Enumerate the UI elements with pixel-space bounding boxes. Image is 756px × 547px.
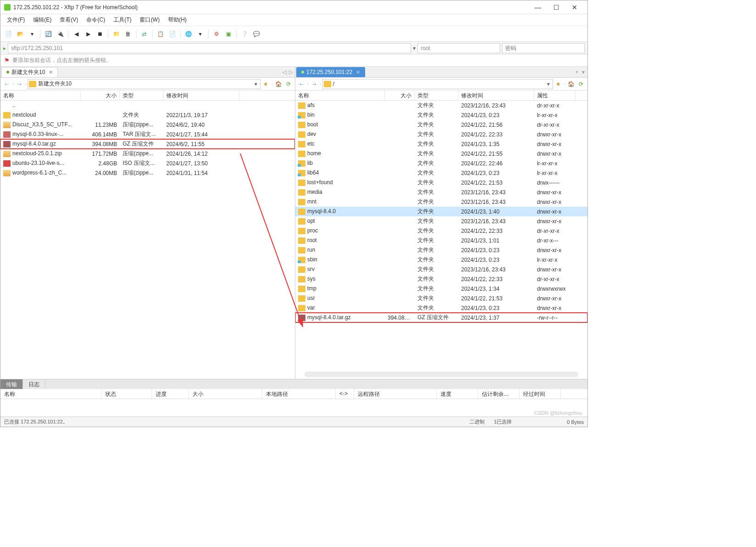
connect-dropdown[interactable]: ▾ bbox=[27, 29, 37, 39]
tab-close-icon[interactable]: ✕ bbox=[49, 69, 53, 75]
web-dropdown[interactable]: ▾ bbox=[195, 29, 205, 39]
file-row[interactable]: root文件夹2024/1/23, 1:01dr-xr-x--- bbox=[295, 236, 587, 245]
col-header-name[interactable]: 名称 bbox=[295, 90, 385, 100]
minimize-button[interactable]: — bbox=[529, 1, 547, 14]
file-row[interactable]: etc文件夹2024/1/23, 1:35drwxr-xr-x bbox=[295, 139, 587, 149]
menu-item[interactable]: 文件(F) bbox=[3, 15, 28, 25]
settings-button[interactable]: ⚙ bbox=[211, 29, 221, 39]
path-dropdown[interactable]: ▾ bbox=[253, 81, 259, 87]
properties-button[interactable]: 📋 bbox=[155, 29, 165, 39]
file-row[interactable]: usr文件夹2024/1/22, 21:53drwxr-xr-x bbox=[295, 293, 587, 303]
file-row[interactable]: proc文件夹2024/1/22, 22:33dr-xr-xr-x bbox=[295, 226, 587, 236]
home-icon[interactable]: 🏠 bbox=[566, 79, 575, 89]
add-session-icon[interactable]: ▸ bbox=[3, 45, 6, 51]
refresh-icon[interactable]: ⟳ bbox=[284, 79, 293, 89]
nav-back[interactable]: ← bbox=[297, 79, 306, 89]
local-path-input[interactable]: 新建文件夹10 ▾ bbox=[28, 79, 260, 89]
col-header-mtime[interactable]: 修改时间 bbox=[164, 90, 239, 100]
home-icon[interactable]: 🏠 bbox=[274, 79, 283, 89]
local-file-list[interactable]: ..nextcloud文件夹2022/11/3, 19:17Discuz_X3.… bbox=[0, 101, 295, 379]
file-row[interactable]: mysql-8.4.0.tar.gz394.08MBGZ 压缩文件2024/1/… bbox=[295, 313, 587, 322]
url-input[interactable] bbox=[8, 43, 411, 53]
transfer-col[interactable]: 速度 bbox=[437, 389, 478, 399]
transfer-col[interactable]: 本地路径 bbox=[262, 389, 336, 399]
remote-tab[interactable]: 172.25.250.101:22 ✕ bbox=[296, 67, 365, 77]
menu-item[interactable]: 工具(T) bbox=[110, 15, 135, 25]
menu-item[interactable]: 帮助(H) bbox=[164, 15, 191, 25]
remote-path-input[interactable]: / ▾ bbox=[322, 79, 553, 89]
menu-item[interactable]: 命令(C) bbox=[83, 15, 109, 25]
file-row[interactable]: mnt文件夹2023/12/16, 23:43drwxr-xr-x bbox=[295, 197, 587, 207]
menu-item[interactable]: 窗口(W) bbox=[136, 15, 163, 25]
transfer-col[interactable]: <-> bbox=[336, 389, 354, 399]
transfer-col[interactable]: 经过时间 bbox=[519, 389, 561, 399]
delete-button[interactable]: 🗑 bbox=[123, 29, 133, 39]
forward-button[interactable]: ▶ bbox=[83, 29, 93, 39]
close-button[interactable]: ✕ bbox=[565, 1, 584, 14]
transfer-col[interactable]: 状态 bbox=[102, 389, 152, 399]
reconnect-button[interactable]: 🔄 bbox=[43, 29, 53, 39]
open-button[interactable]: 📂 bbox=[15, 29, 25, 39]
file-row[interactable]: mysql-8.4.0文件夹2024/1/23, 1:40drwxr-xr-x bbox=[295, 207, 587, 216]
nav-forward[interactable]: → bbox=[310, 79, 319, 89]
file-row[interactable]: bin文件夹2024/1/23, 0:23lr-xr-xr-x bbox=[295, 110, 587, 120]
col-header-type[interactable]: 类型 bbox=[120, 90, 164, 100]
url-dropdown[interactable]: ▾ bbox=[413, 45, 416, 51]
file-row[interactable]: sbin文件夹2024/1/23, 0:23lr-xr-xr-x bbox=[295, 255, 587, 265]
tab-prev[interactable]: ◁ bbox=[281, 69, 288, 75]
bookmark-icon[interactable]: ★ bbox=[261, 79, 271, 89]
file-row[interactable]: run文件夹2024/1/23, 0:23drwxr-xr-x bbox=[295, 245, 587, 255]
transfer-col[interactable]: 估计剩余... bbox=[478, 389, 519, 399]
path-dropdown[interactable]: ▾ bbox=[545, 81, 552, 87]
transfer-col[interactable]: 远程路径 bbox=[354, 389, 437, 399]
tab-next[interactable]: ▷ bbox=[288, 69, 294, 75]
file-row[interactable]: Discuz_X3.5_SC_UTF...11.23MB压缩(zippe...2… bbox=[0, 120, 295, 130]
file-row[interactable]: ubuntu-23.10-live-s...2.48GBISO 压缩文...20… bbox=[0, 158, 295, 168]
chat-button[interactable]: 💬 bbox=[251, 29, 261, 39]
new-session-button[interactable]: 📄 bbox=[3, 29, 13, 39]
transfer-tab[interactable]: 传输 bbox=[0, 379, 23, 389]
col-header-size[interactable]: 大小 bbox=[81, 90, 120, 100]
file-row[interactable]: nextcloud文件夹2022/11/3, 19:17 bbox=[0, 110, 295, 120]
file-row[interactable]: nextcloud-25.0.1.zip171.72MB压缩(zippe...2… bbox=[0, 149, 295, 158]
file-row[interactable]: boot文件夹2024/1/22, 21:56dr-xr-xr-x bbox=[295, 120, 587, 130]
file-row[interactable]: sys文件夹2024/1/22, 22:33dr-xr-xr-x bbox=[295, 274, 587, 284]
maximize-button[interactable]: ☐ bbox=[547, 1, 565, 14]
transfer-col[interactable]: 名称 bbox=[0, 389, 102, 399]
local-tab[interactable]: 新建文件夹10 ✕ bbox=[1, 67, 58, 77]
col-header-size[interactable]: 大小 bbox=[385, 90, 415, 100]
log-tab[interactable]: 日志 bbox=[23, 379, 45, 389]
file-row[interactable]: afs文件夹2023/12/16, 23:43dr-xr-xr-x bbox=[295, 101, 587, 110]
disconnect-button[interactable]: 🔌 bbox=[55, 29, 65, 39]
col-header-mtime[interactable]: 修改时间 bbox=[458, 90, 534, 100]
copy-button[interactable]: 📄 bbox=[167, 29, 177, 39]
tab-close-icon[interactable]: ✕ bbox=[356, 69, 360, 75]
col-header-name[interactable]: 名称 bbox=[0, 90, 81, 100]
tab-menu[interactable]: ▾ bbox=[580, 69, 587, 75]
file-row[interactable]: lost+found文件夹2024/1/22, 21:53drwx------ bbox=[295, 178, 587, 187]
nav-forward[interactable]: → bbox=[15, 79, 24, 89]
file-row[interactable]: home文件夹2024/1/22, 21:55drwxr-xr-x bbox=[295, 149, 587, 158]
username-input[interactable] bbox=[417, 43, 500, 53]
file-row[interactable]: lib64文件夹2024/1/23, 0:23lr-xr-xr-x bbox=[295, 168, 587, 178]
help-button[interactable]: ❔ bbox=[239, 29, 249, 39]
remote-file-list[interactable]: afs文件夹2023/12/16, 23:43dr-xr-xr-xbin文件夹2… bbox=[295, 101, 587, 379]
file-row[interactable]: media文件夹2023/12/16, 23:43drwxr-xr-x bbox=[295, 187, 587, 197]
new-folder-button[interactable]: 📁 bbox=[111, 29, 121, 39]
stop-button[interactable]: ⏹ bbox=[95, 29, 105, 39]
file-row[interactable]: mysql-8.4.0.tar.gz394.08MBGZ 压缩文件2024/6/… bbox=[0, 139, 295, 149]
bookmark-icon[interactable]: ★ bbox=[554, 79, 563, 89]
file-row[interactable]: opt文件夹2023/12/16, 23:43drwxr-xr-x bbox=[295, 216, 587, 226]
nav-back[interactable]: ← bbox=[2, 79, 11, 89]
transfer-col[interactable]: 进度 bbox=[152, 389, 189, 399]
file-row[interactable]: wordpress-6.1-zh_C...24.00MB压缩(zippe...2… bbox=[0, 168, 295, 178]
file-row[interactable]: mysql-8.0.33-linux-...406.14MBTAR 压缩文...… bbox=[0, 130, 295, 139]
sync-button[interactable]: ⇄ bbox=[139, 29, 149, 39]
back-button[interactable]: ◀ bbox=[71, 29, 81, 39]
file-row[interactable]: tmp文件夹2024/1/23, 1:34drwxrwxrwx bbox=[295, 284, 587, 293]
file-row[interactable]: dev文件夹2024/1/22, 22:33drwxr-xr-x bbox=[295, 130, 587, 139]
refresh-icon[interactable]: ⟳ bbox=[576, 79, 586, 89]
col-header-type[interactable]: 类型 bbox=[415, 90, 458, 100]
terminal-button[interactable]: ▣ bbox=[223, 29, 233, 39]
password-input[interactable] bbox=[502, 43, 585, 53]
